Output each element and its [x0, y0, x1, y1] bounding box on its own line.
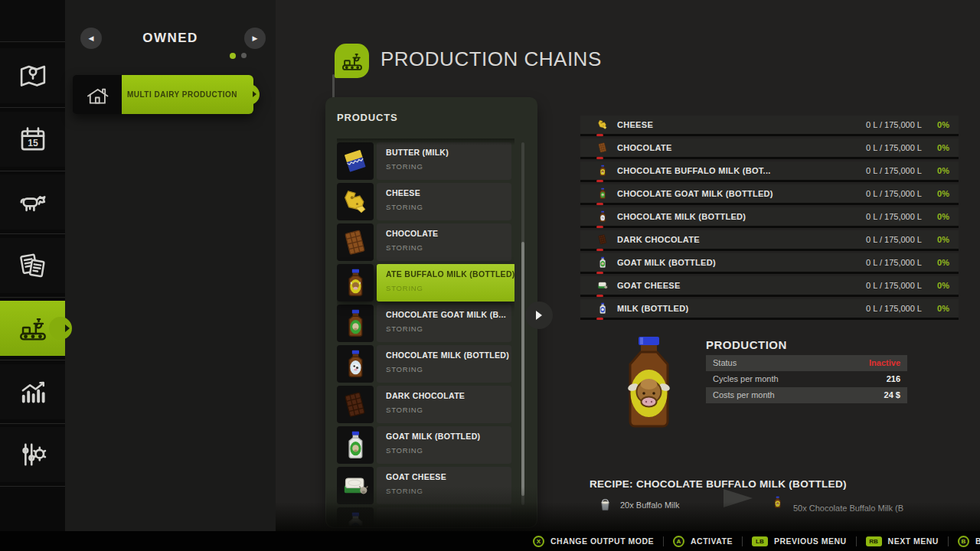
storage-row-chocolate-milk[interactable]: CHOCOLATE MILK (BOTTLED) 0 L / 175,000 L… — [580, 207, 959, 230]
storage-name: CHOCOLATE GOAT MILK (BOTTLED) — [617, 189, 773, 198]
costs-value: 24 $ — [884, 390, 900, 399]
hint-label: ACTIVATE — [691, 536, 733, 546]
active-tab-arrow-icon — [65, 324, 70, 332]
storage-row-chocolate-buffalo-milk[interactable]: CHOCOLATE BUFFALO MILK (BOT... 0 L / 175… — [580, 161, 959, 184]
products-list: BUTTER (MILK)STORING CHEESESTORING CHOCO… — [337, 139, 514, 526]
sidebar-item-contracts[interactable] — [0, 238, 65, 293]
storage-row-goat-cheese[interactable]: GOAT CHEESE 0 L / 175,000 L 0% — [580, 276, 959, 299]
owned-item-arrow-icon — [253, 91, 256, 97]
product-name: DARK CHOCOLATE — [386, 391, 511, 400]
product-status: STORING — [386, 365, 511, 373]
recipe-title: RECIPE: CHOCOLATE BUFFALO MILK (BOTTLED) — [590, 478, 847, 490]
storage-amount: 0 L / 175,000 L — [866, 304, 922, 313]
divider — [0, 486, 65, 487]
divider — [0, 423, 65, 424]
hint-label: PREVIOUS MENU — [774, 536, 847, 546]
product-item-chocolate-buffalo-milk[interactable]: ATE BUFFALO MILK (BOTTLED)STORING — [337, 264, 511, 302]
sidebar-item-statistics[interactable] — [0, 364, 65, 419]
owned-item-multi-dairy-production[interactable]: MULTI DAIRY PRODUCTION — [73, 75, 256, 114]
storage-row-dark-chocolate[interactable]: DARK CHOCOLATE 0 L / 175,000 L 0% — [580, 230, 959, 253]
product-item-goat-milk[interactable]: GOAT MILK (BOTTLED)STORING — [337, 426, 511, 464]
storage-name: CHOCOLATE MILK (BOTTLED) — [617, 212, 746, 221]
hint-next-menu[interactable]: RB NEXT MENU — [857, 536, 948, 546]
product-name: BUTTER (MILK) — [386, 148, 511, 157]
production-table: Status Inactive Cycles per month 216 Cos… — [706, 355, 907, 403]
owned-next-button[interactable]: ▶ — [244, 28, 266, 49]
hint-activate[interactable]: A ACTIVATE — [664, 536, 742, 547]
storage-row-chocolate[interactable]: CHOCOLATE 0 L / 175,000 L 0% — [580, 139, 959, 161]
sidebar-item-production[interactable] — [0, 301, 65, 356]
pager-dot-active — [230, 53, 236, 59]
map-icon — [17, 60, 49, 92]
storage-amount: 0 L / 175,000 L — [866, 143, 922, 152]
fill-bar-level — [596, 318, 603, 320]
hint-previous-menu[interactable]: LB PREVIOUS MENU — [743, 536, 856, 546]
storage-percent: 0% — [937, 304, 949, 313]
product-item-butter[interactable]: BUTTER (MILK)STORING — [337, 142, 511, 180]
hint-label: NEXT MENU — [888, 536, 939, 546]
fill-bar-level — [596, 272, 603, 274]
products-scrollbar-thumb[interactable] — [521, 242, 524, 496]
button-a-icon: A — [673, 536, 684, 547]
row-label: Status — [713, 358, 737, 367]
storage-row-cheese[interactable]: CHEESE 0 L / 175,000 L 0% — [580, 116, 959, 139]
storage-list: CHEESE 0 L / 175,000 L 0% CHOCOLATE 0 L … — [580, 116, 959, 322]
fill-bar-level — [596, 157, 603, 159]
status-value: Inactive — [869, 358, 900, 367]
storage-percent: 0% — [937, 258, 949, 267]
controller-hint-bar: X CHANGE OUTPUT MODE A ACTIVATE LB PREVI… — [0, 531, 980, 551]
owned-item-label: MULTI DAIRY PRODUCTION — [127, 90, 237, 99]
milk-bottle-icon — [596, 302, 609, 315]
product-item-dark-chocolate[interactable]: DARK CHOCOLATESTORING — [337, 386, 511, 423]
main-menu-sidebar — [0, 0, 65, 551]
fill-bar — [580, 295, 959, 297]
dark-chocolate-icon — [337, 386, 374, 423]
product-item-cheese[interactable]: CHEESESTORING — [337, 183, 511, 220]
statistics-icon — [17, 376, 49, 408]
cycles-value: 216 — [887, 374, 900, 383]
storage-row-chocolate-goat-milk[interactable]: CHOCOLATE GOAT MILK (BOTTLED) 0 L / 175,… — [580, 184, 959, 207]
product-item-chocolate-goat-milk[interactable]: CHOCOLATE GOAT MILK (B...STORING — [337, 305, 511, 342]
storage-name: CHOCOLATE BUFFALO MILK (BOT... — [617, 166, 771, 175]
storage-amount: 0 L / 175,000 L — [866, 120, 922, 129]
divider — [0, 171, 65, 171]
table-row-costs: Costs per month 24 $ — [706, 387, 907, 403]
product-name: CHOCOLATE — [386, 229, 511, 238]
storage-percent: 0% — [937, 212, 949, 221]
goat-choc-milk-bottle-icon — [596, 187, 609, 200]
goat-cheese-icon — [596, 279, 609, 292]
fill-bar — [580, 226, 959, 228]
product-name: ATE BUFFALO MILK (BOTTLED) — [386, 269, 514, 279]
sidebar-item-map[interactable] — [0, 48, 65, 103]
contracts-icon — [17, 249, 49, 282]
product-status: STORING — [386, 203, 511, 211]
sidebar-item-settings[interactable] — [0, 427, 65, 482]
fill-bar-level — [596, 295, 603, 297]
product-name: CHEESE — [386, 188, 511, 197]
product-item-chocolate[interactable]: CHOCOLATESTORING — [337, 223, 511, 261]
fill-bar — [580, 157, 959, 159]
fill-bar-level — [596, 134, 603, 136]
product-item-chocolate-milk[interactable]: CHOCOLATE MILK (BOTTLED)STORING — [337, 345, 511, 383]
product-name: CHOCOLATE GOAT MILK (B... — [386, 310, 511, 319]
row-label: Costs per month — [713, 390, 775, 399]
storage-amount: 0 L / 175,000 L — [866, 166, 922, 175]
storage-amount: 0 L / 175,000 L — [866, 258, 922, 267]
hint-change-output-mode[interactable]: X CHANGE OUTPUT MODE — [524, 536, 663, 547]
chocolate-icon — [596, 142, 609, 154]
chocolate-icon — [337, 223, 374, 261]
production-title: PRODUCTION — [706, 338, 787, 351]
product-status: STORING — [386, 406, 511, 414]
storage-percent: 0% — [937, 235, 949, 244]
storage-row-goat-milk[interactable]: GOAT MILK (BOTTLED) 0 L / 175,000 L 0% — [580, 253, 959, 276]
sidebar-item-animals[interactable] — [0, 174, 65, 230]
choc-milk-bottle-icon — [596, 210, 609, 223]
hint-back[interactable]: B B — [949, 536, 980, 547]
cheese-icon — [596, 119, 609, 131]
product-status: STORING — [386, 446, 511, 455]
storage-percent: 0% — [937, 166, 949, 175]
storage-row-milk[interactable]: MILK (BOTTLED) 0 L / 175,000 L 0% — [580, 299, 959, 322]
settings-icon — [17, 439, 49, 471]
sidebar-item-calendar[interactable] — [0, 112, 65, 167]
button-x-icon: X — [533, 536, 544, 547]
